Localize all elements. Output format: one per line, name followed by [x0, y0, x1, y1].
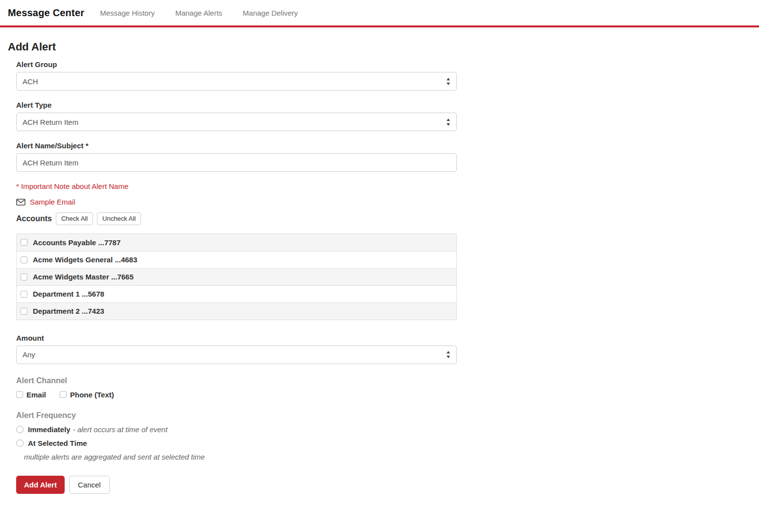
email-checkbox[interactable] [16, 391, 23, 398]
accounts-label: Accounts [16, 214, 52, 223]
account-label: Accounts Payable ...7787 [33, 238, 120, 247]
alert-channel-heading: Alert Channel [16, 376, 457, 385]
cancel-button[interactable]: Cancel [69, 476, 110, 494]
alert-name-label: Alert Name/Subject * [16, 141, 457, 150]
immediately-option[interactable]: Immediately - alert occurs at time of ev… [16, 425, 457, 434]
alert-group-select[interactable]: ACH [16, 72, 457, 91]
tab-message-history[interactable]: Message History [100, 9, 155, 17]
immediately-label: Immediately [28, 425, 71, 434]
select-stepper-icon [446, 118, 451, 126]
alert-name-input[interactable]: ACH Return Item [16, 153, 457, 172]
frequency-note: multiple alerts are aggregated and sent … [24, 453, 457, 461]
page-title: Add Alert [8, 41, 759, 53]
email-channel-option[interactable]: Email [16, 391, 46, 399]
top-navigation: Message Center Message History Manage Al… [0, 0, 759, 25]
email-checkbox-label: Email [26, 391, 46, 399]
uncheck-all-button[interactable]: Uncheck All [97, 212, 141, 225]
immediately-description: - alert occurs at time of event [73, 425, 167, 434]
alert-type-field: Alert Type ACH Return Item [16, 101, 457, 131]
envelope-icon [16, 199, 25, 206]
accounts-list: Accounts Payable ...7787 Acme Widgets Ge… [16, 233, 457, 320]
account-checkbox[interactable] [21, 274, 27, 280]
account-label: Acme Widgets General ...4683 [33, 255, 137, 264]
alert-type-label: Alert Type [16, 101, 457, 109]
phone-text-checkbox-label: Phone (Text) [70, 391, 114, 399]
important-note-link[interactable]: * Important Note about Alert Name [16, 182, 128, 190]
immediately-radio[interactable] [16, 426, 24, 433]
account-row[interactable]: Department 1 ...5678 [17, 285, 456, 302]
account-label: Department 1 ...5678 [33, 290, 104, 298]
alert-name-value: ACH Return Item [23, 159, 78, 167]
phone-text-checkbox[interactable] [60, 391, 67, 398]
tab-manage-alerts[interactable]: Manage Alerts [175, 9, 222, 17]
account-checkbox[interactable] [21, 256, 27, 263]
alert-type-select[interactable]: ACH Return Item [16, 113, 457, 131]
amount-field: Amount Any [16, 334, 457, 364]
check-all-button[interactable]: Check All [56, 212, 93, 225]
account-row[interactable]: Accounts Payable ...7787 [17, 234, 456, 251]
amount-label: Amount [16, 334, 457, 342]
account-label: Department 2 ...7423 [33, 307, 104, 315]
alert-name-field: Alert Name/Subject * ACH Return Item [16, 141, 457, 172]
account-checkbox[interactable] [21, 308, 27, 315]
at-selected-time-option[interactable]: At Selected Time [16, 439, 457, 447]
account-row[interactable]: Acme Widgets General ...4683 [17, 251, 456, 268]
alert-frequency-heading: Alert Frequency [16, 411, 457, 420]
account-checkbox[interactable] [21, 239, 27, 246]
account-row[interactable]: Acme Widgets Master ...7665 [17, 268, 456, 285]
sample-email-link[interactable]: Sample Email [30, 198, 75, 206]
add-alert-button[interactable]: Add Alert [16, 476, 65, 494]
select-stepper-icon [446, 77, 451, 86]
alert-group-label: Alert Group [16, 60, 457, 69]
app-title: Message Center [8, 7, 84, 19]
account-label: Acme Widgets Master ...7665 [33, 273, 134, 281]
accent-divider [0, 25, 759, 27]
at-selected-time-radio[interactable] [16, 439, 24, 447]
top-nav-tabs: Message History Manage Alerts Manage Del… [100, 9, 298, 17]
add-alert-form: Alert Group ACH Alert Type ACH Return It… [16, 60, 457, 494]
amount-value: Any [23, 350, 35, 359]
alert-group-field: Alert Group ACH [16, 60, 457, 91]
select-stepper-icon [446, 350, 451, 359]
amount-select[interactable]: Any [16, 346, 457, 364]
account-checkbox[interactable] [21, 291, 27, 298]
alert-type-value: ACH Return Item [23, 118, 78, 126]
account-row[interactable]: Department 2 ...7423 [17, 302, 456, 320]
phone-text-channel-option[interactable]: Phone (Text) [60, 391, 114, 399]
at-selected-time-label: At Selected Time [28, 439, 87, 447]
alert-group-value: ACH [23, 77, 38, 86]
tab-manage-delivery[interactable]: Manage Delivery [243, 9, 298, 17]
